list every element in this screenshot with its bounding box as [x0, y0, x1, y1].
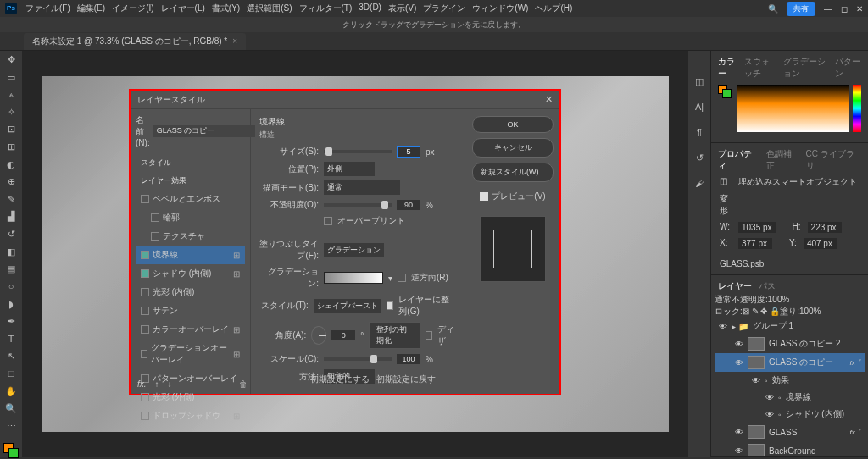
preview-check[interactable] [480, 192, 488, 201]
size-slider[interactable] [324, 150, 392, 153]
gradient-tool-icon[interactable]: ▤ [4, 263, 18, 276]
zoom-tool-icon[interactable]: 🔍 [4, 403, 18, 416]
angle-dial[interactable] [311, 326, 326, 345]
path-tool-icon[interactable]: ↖ [4, 351, 18, 363]
tab-paths[interactable]: パス [759, 280, 776, 292]
layer-row[interactable]: 👁◦効果 [715, 372, 865, 389]
layer-opacity[interactable]: 100% [768, 295, 790, 304]
add-icon[interactable]: ⊞ [233, 412, 240, 421]
style-item[interactable]: サテン [136, 301, 245, 320]
crop-tool-icon[interactable]: ⊡ [4, 124, 18, 136]
ok-button[interactable]: OK [472, 116, 554, 133]
prop-h[interactable]: 223 px [808, 222, 842, 233]
reset-default-button[interactable]: 初期設定に戻す [376, 373, 436, 385]
align-check[interactable] [387, 301, 394, 310]
dialog-close-icon[interactable]: ✕ [545, 94, 553, 105]
menu-type[interactable]: 書式(Y) [212, 3, 240, 14]
eyedrop-tool-icon[interactable]: ◐ [4, 159, 18, 172]
opacity-input[interactable] [397, 200, 420, 210]
style-check[interactable] [141, 307, 149, 315]
opacity-slider[interactable] [324, 203, 392, 207]
add-icon[interactable]: ⊞ [233, 325, 240, 335]
shape-tool-icon[interactable]: □ [4, 368, 18, 381]
angle-input[interactable] [331, 330, 355, 340]
visibility-icon[interactable]: 👁 [752, 376, 760, 385]
style-item[interactable]: 境界線⊞ [136, 246, 245, 264]
style-check[interactable] [151, 213, 159, 222]
dither-check[interactable] [426, 331, 432, 340]
style-item[interactable]: 光彩 (外側) [136, 388, 245, 406]
blur-tool-icon[interactable]: ○ [4, 281, 18, 294]
hand-tool-icon[interactable]: ✋ [4, 386, 18, 399]
marquee-tool-icon[interactable]: ▭ [4, 72, 18, 85]
newstyle-button[interactable]: 新規スタイル(W)... [472, 163, 554, 182]
reset-align-button[interactable]: 整列の初期化 [369, 322, 420, 349]
style-item[interactable]: テクスチャ [136, 227, 245, 246]
visibility-icon[interactable]: 👁 [735, 428, 743, 437]
blend-mode[interactable]: 通常 [715, 295, 732, 304]
layer-effects-header[interactable]: レイヤー効果 [136, 172, 245, 190]
history-panel-icon[interactable]: ↺ [693, 152, 706, 166]
document-tab[interactable]: 名称未設定 1 @ 73.3% (GLASS のコピー, RGB/8) *× [24, 33, 246, 50]
style-check[interactable] [141, 251, 149, 259]
eraser-tool-icon[interactable]: ◧ [4, 246, 18, 259]
maximize-icon[interactable]: ◻ [841, 4, 848, 14]
tab-close-icon[interactable]: × [232, 36, 237, 46]
more-tool-icon[interactable]: ⋯ [4, 421, 18, 434]
style-item[interactable]: ベベルとエンボス [136, 190, 245, 208]
name-input[interactable] [153, 125, 255, 137]
menu-help[interactable]: ヘルプ(H) [535, 3, 572, 14]
make-default-button[interactable]: 初期設定にする [310, 373, 370, 385]
style-check[interactable] [141, 412, 149, 420]
prop-y[interactable]: 407 px [804, 238, 837, 249]
type-tool-icon[interactable]: T [4, 334, 18, 346]
cancel-button[interactable]: キャンセル [472, 138, 554, 158]
filltype-select[interactable]: グラデーション [324, 243, 384, 257]
tab-pattern[interactable]: パターン [835, 56, 861, 80]
style-check[interactable] [141, 195, 149, 203]
layer-row[interactable]: 👁◦境界線 [715, 389, 865, 406]
tab-properties[interactable]: プロパティ [718, 148, 760, 172]
paragraph-panel-icon[interactable]: ¶ [693, 127, 706, 141]
layer-row[interactable]: 👁GLASS のコピーfx ˅ [715, 353, 865, 372]
layer-row[interactable]: 👁BackGround [715, 441, 865, 457]
style-item[interactable]: ドロップシャドウ⊞ [136, 406, 245, 425]
gradient-swatch[interactable] [324, 272, 383, 284]
close-icon[interactable]: ✕ [856, 4, 863, 14]
position-select[interactable]: 外側 [324, 162, 375, 176]
style-check[interactable] [141, 288, 149, 296]
style-item[interactable]: 輪郭 [136, 208, 245, 227]
panel-icon[interactable]: ◫ [693, 76, 706, 90]
add-icon[interactable]: ⊞ [233, 350, 240, 359]
tab-adjustments[interactable]: 色調補正 [766, 148, 799, 172]
share-button[interactable]: 共有 [787, 2, 815, 16]
style-item[interactable]: シャドウ (内側)⊞ [136, 264, 245, 283]
menu-layer[interactable]: レイヤー(L) [161, 3, 205, 14]
prop-x[interactable]: 377 px [738, 238, 772, 249]
style-check[interactable] [151, 232, 159, 241]
menu-image[interactable]: イメージ(I) [112, 3, 153, 14]
style-item[interactable]: カラーオーバーレイ⊞ [136, 320, 245, 339]
visibility-icon[interactable]: 👁 [735, 358, 743, 368]
up-icon[interactable]: ↑ [155, 379, 159, 389]
tab-color[interactable]: カラー [718, 56, 737, 80]
tab-swatch[interactable]: スウォッチ [744, 56, 776, 80]
trash-icon[interactable]: 🗑 [239, 379, 248, 389]
history-tool-icon[interactable]: ↺ [4, 229, 18, 241]
layer-row[interactable]: 👁▸ 📁グループ 1 [715, 318, 865, 335]
layer-fill[interactable]: 100% [799, 307, 821, 316]
layer-row[interactable]: 👁GLASSfx ˅ [715, 423, 865, 441]
minimize-icon[interactable]: ― [824, 4, 832, 14]
dodge-tool-icon[interactable]: ◗ [4, 299, 18, 312]
tab-gradient[interactable]: グラデーション [783, 56, 828, 80]
visibility-icon[interactable]: 👁 [719, 322, 727, 331]
gradstyle-select[interactable]: シェイプバースト [314, 299, 381, 313]
brush-tool-icon[interactable]: ✎ [4, 194, 18, 207]
style-item[interactable]: グラデーションオーバーレイ⊞ [136, 339, 245, 369]
color-panel[interactable] [715, 81, 865, 139]
scale-input[interactable] [397, 354, 420, 364]
tab-layers[interactable]: レイヤー [718, 280, 752, 292]
pen-tool-icon[interactable]: ✒ [4, 316, 18, 329]
style-check[interactable] [141, 269, 149, 278]
menu-select[interactable]: 選択範囲(S) [247, 3, 292, 14]
